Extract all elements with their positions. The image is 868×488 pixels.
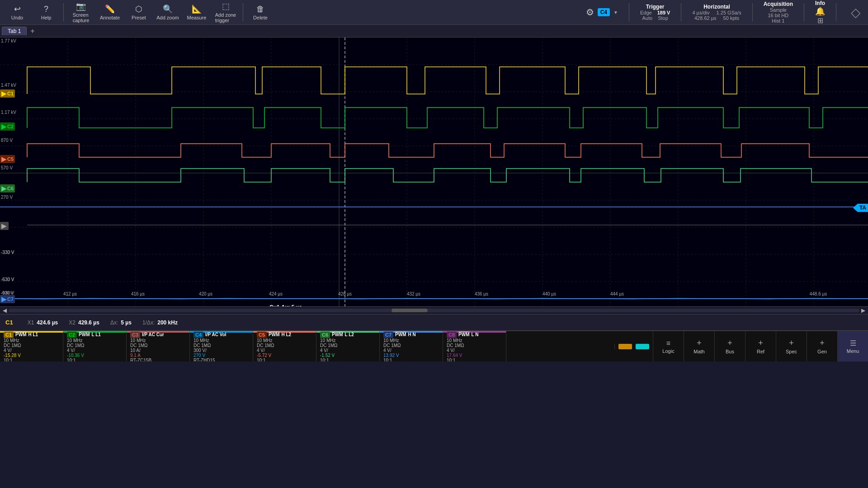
add-zone-trigger-button[interactable]: ⬚ Add zonetrigger: [212, 1, 239, 23]
undo-button[interactable]: ↩ Undo: [4, 1, 31, 23]
acquisition-section[interactable]: Acquisition Sample 16 bit HD Hist 1: [764, 1, 793, 23]
ch8-block[interactable]: C8 PWM L N 10 MHz DC 1MΩ 4 V/ 17.64 V 10…: [443, 331, 506, 361]
math-button[interactable]: + Math: [684, 331, 714, 362]
ch2-badge: C2: [67, 332, 77, 338]
ch5-label[interactable]: ▶ C5: [0, 155, 15, 163]
cursor-inv-delta-item: 1/Δx: 200 kHz: [142, 319, 178, 326]
spec-button[interactable]: + Spec: [776, 331, 807, 362]
ch6-scale: 4 V/: [320, 348, 376, 353]
ch1-arrow: ▶: [1, 90, 6, 97]
volt-label-bot3: -930 V: [1, 291, 13, 295]
menu-button[interactable]: ☰ Menu: [837, 331, 868, 362]
c4-badge[interactable]: C4: [598, 8, 610, 16]
ch-unknown-label[interactable]: ▶: [0, 222, 9, 230]
add-zoom-button[interactable]: 🔍 Add zoom: [154, 1, 181, 23]
ch1-block[interactable]: C1 PWM H L1 10 MHz DC 1MΩ 4 V/ -15.28 V …: [0, 331, 63, 361]
trigger-mode-row: Auto Stop: [642, 15, 668, 21]
trigger-section[interactable]: Trigger Edge 189 V Auto Stop: [640, 4, 670, 21]
toolbar: ↩ Undo ? Help 📷 Screencapture ✏️ Annotat…: [0, 0, 868, 25]
bus-button[interactable]: + Bus: [714, 331, 745, 362]
time-label-7: 440 µs: [542, 291, 556, 296]
ch5-block[interactable]: C5 PWM H L2 10 MHz DC 1MΩ 4 V/ -5.72 V 1…: [253, 331, 316, 361]
ch7-label[interactable]: ▶ C7: [0, 295, 15, 303]
bell-icon[interactable]: 🔔: [815, 6, 825, 16]
ch6-label[interactable]: ▶ C6: [0, 184, 15, 192]
ch8-ratio: 10:1: [447, 358, 502, 362]
cursor-x1-label: X1: [28, 319, 34, 326]
ch2-block[interactable]: C2 PWM L L1 10 MHz DC 1MΩ 4 V/ -10.36 V …: [63, 331, 127, 361]
trigger-row: Edge 189 V: [640, 10, 670, 15]
scroll-track[interactable]: [9, 309, 859, 312]
delete-button[interactable]: 🗑 Delete: [247, 1, 274, 23]
legend-orange: [618, 344, 632, 349]
acquisition-hist: Hist 1: [772, 18, 784, 23]
ch7-scale: 4 V/: [383, 348, 439, 353]
ch6-freq: 10 MHz: [320, 338, 376, 343]
scroll-left-arrow[interactable]: ◀: [1, 307, 9, 314]
volt-label-4: 570 V: [1, 165, 13, 170]
ch5-ratio: 10:1: [257, 358, 312, 362]
total-time: 428.62 µs: [694, 15, 717, 21]
horizontal-details: 4 µs/div 1.25 GSa/s: [692, 10, 741, 15]
ch2-name-row: C2 PWM L L1: [67, 332, 123, 338]
logic-label: Logic: [662, 348, 674, 354]
preset-icon: ⬡: [135, 4, 142, 14]
ch2-label[interactable]: ▶ C2: [0, 122, 15, 131]
ch1-signal2: H L1: [28, 332, 38, 337]
horizontal-section[interactable]: Horizontal 4 µs/div 1.25 GSa/s 428.62 µs…: [692, 4, 741, 21]
gen-button[interactable]: + Gen: [807, 331, 837, 362]
legend-and-buttons: ≡ Logic + Math + Bus + Ref + Spec + Gen …: [614, 331, 868, 361]
scroll-thumb[interactable]: [392, 309, 428, 312]
add-tab-button[interactable]: +: [28, 27, 37, 35]
help-button[interactable]: ? Help: [33, 1, 60, 23]
ch2-signal2: L L1: [92, 332, 101, 337]
tab-1-label: Tab 1: [8, 28, 21, 34]
legend-area: [614, 344, 653, 349]
preset-button[interactable]: ⬡ Preset: [125, 1, 152, 23]
ch7-id: C7: [7, 296, 14, 302]
ch3-name-row: C3 I/P AC Cur: [130, 332, 186, 338]
c4-dropdown-arrow[interactable]: ▼: [613, 10, 618, 15]
grid-icon[interactable]: ⊞: [817, 16, 823, 25]
gear-icon[interactable]: ⚙: [586, 7, 594, 18]
ch6-name-row: C6 PWM L L2: [320, 332, 376, 338]
ch7-signal2: H N: [408, 332, 416, 337]
time-label-4: 428 µs: [338, 291, 352, 296]
scrollbar: ◀ ▶: [0, 306, 868, 314]
ch7-block[interactable]: C7 PWM H N 10 MHz DC 1MΩ 4 V/ 13.92 V 10…: [380, 331, 443, 361]
logic-button[interactable]: ≡ Logic: [653, 331, 684, 362]
ch3-block[interactable]: C3 I/P AC Cur 10 MHz DC 1MΩ 10 A/ 9.1 A …: [127, 331, 190, 361]
measure-button[interactable]: 📐 Measure: [183, 1, 210, 23]
legend-cyan: [636, 344, 649, 349]
ref-button[interactable]: + Ref: [745, 331, 776, 362]
ch7-coupling: DC 1MΩ: [383, 343, 439, 348]
scroll-right-arrow[interactable]: ▶: [859, 307, 867, 314]
ch5-coupling: DC 1MΩ: [257, 343, 312, 348]
ch6-block[interactable]: C6 PWM L L2 10 MHz DC 1MΩ 4 V/ -1.52 V 1…: [316, 331, 380, 361]
ta-badge[interactable]: TA: [853, 204, 868, 212]
cursor-inv-delta-value: 200 kHz: [157, 319, 178, 326]
ch6-coupling: DC 1MΩ: [320, 343, 376, 348]
screen-capture-button[interactable]: 📷 Screencapture: [67, 1, 94, 23]
delete-label: Delete: [253, 15, 268, 20]
time-label-1: 416 µs: [131, 291, 145, 296]
ch5-arrow: ▶: [1, 155, 6, 163]
annotate-button[interactable]: ✏️ Annotate: [96, 1, 123, 23]
volt-label-1: 1.47 kV: [1, 83, 16, 88]
ch4-block[interactable]: C4 I/P AC Vol 10 MHz DC 1MΩ 300 V/ 270 V…: [190, 331, 253, 361]
cursor-delta-value: 5 µs: [121, 319, 132, 326]
cursor-delta-label: Δx:: [110, 319, 118, 326]
preset-label: Preset: [132, 15, 146, 20]
ch1-label[interactable]: ▶ C1: [0, 89, 15, 98]
ch3-value: 9.1 A: [130, 353, 186, 358]
trigger-title: Trigger: [646, 4, 665, 10]
tabbar: Tab 1 +: [0, 25, 868, 38]
tab-1[interactable]: Tab 1: [2, 27, 27, 35]
zoom-icon: 🔍: [163, 4, 173, 14]
ch8-signal2: L N: [472, 332, 479, 337]
ch6-arrow: ▶: [1, 185, 6, 192]
cursor-channel: C1: [5, 319, 13, 326]
time-label-0: 412 µs: [63, 291, 77, 296]
sep6: [804, 3, 804, 21]
ch5-signal: PWM: [269, 332, 279, 337]
